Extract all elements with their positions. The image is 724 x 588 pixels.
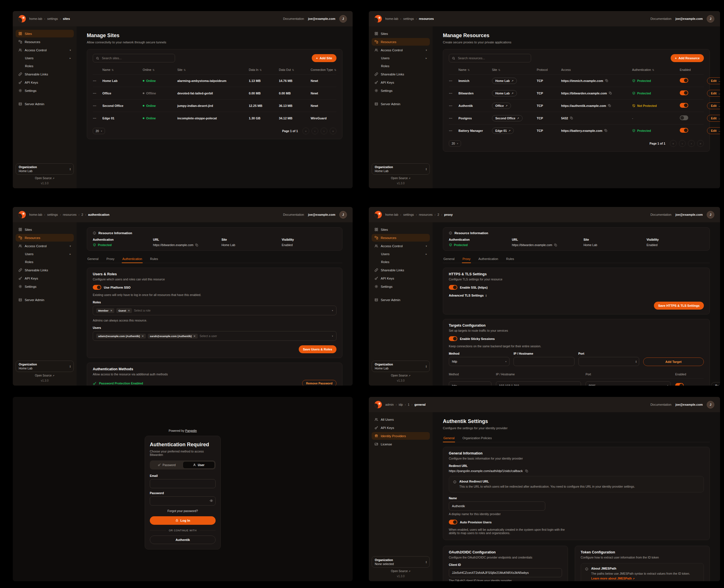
roles-multiselect[interactable]: Member✕ Guest✕ Select a role ▾ bbox=[93, 306, 337, 315]
method-select[interactable]: http▾ bbox=[449, 357, 509, 366]
port-input[interactable] bbox=[586, 381, 671, 385]
jmespath-learn-more-link[interactable]: Learn more about JMESPath bbox=[591, 577, 632, 580]
access-port[interactable]: 5432 bbox=[561, 117, 568, 120]
remove-password-button[interactable]: Remove Password bbox=[302, 380, 337, 385]
sidebar-item-api-keys[interactable]: API Keys bbox=[16, 79, 74, 86]
user-email[interactable]: joe@example.com bbox=[308, 213, 335, 216]
column-data-out[interactable]: Data Out⇅ bbox=[279, 68, 311, 71]
sidebar-item-resources[interactable]: Resources bbox=[371, 234, 430, 241]
delete-target-button[interactable]: Delete bbox=[711, 382, 720, 385]
sidebar-item-users[interactable]: Users▸ bbox=[371, 250, 430, 258]
client-id-input[interactable] bbox=[449, 568, 562, 577]
platform-sso-toggle[interactable] bbox=[93, 285, 101, 290]
access-url[interactable]: https://authentik.example.com bbox=[561, 104, 606, 107]
tab-authentication[interactable]: Authentication bbox=[478, 255, 499, 263]
sidebar-item-shareable-links[interactable]: Shareable Links bbox=[16, 70, 74, 78]
auto-provision-toggle[interactable] bbox=[449, 520, 457, 525]
remove-chip-icon[interactable]: ✕ bbox=[142, 335, 144, 338]
sidebar-item-server-admin[interactable]: Server Admin bbox=[371, 100, 430, 108]
avatar[interactable]: J bbox=[707, 15, 715, 23]
sidebar-item-identity-providers[interactable]: Identity Providers bbox=[371, 432, 430, 440]
page-size-select[interactable]: 20▾ bbox=[93, 128, 105, 134]
tab-general[interactable]: General bbox=[87, 255, 99, 263]
add-site-button[interactable]: +Add Site bbox=[312, 54, 337, 62]
sidebar-item-shareable-links[interactable]: Shareable Links bbox=[16, 266, 74, 274]
row-menu-icon[interactable]: ⋯ bbox=[93, 104, 102, 108]
breadcrumb-admin[interactable]: admin bbox=[385, 403, 394, 406]
breadcrumb-settings[interactable]: settings bbox=[403, 213, 414, 216]
sidebar-item-roles[interactable]: Roles bbox=[371, 62, 430, 70]
enable-ssl-toggle[interactable] bbox=[449, 285, 457, 290]
documentation-link[interactable]: Documentation bbox=[283, 17, 304, 20]
edit-button[interactable]: Edit→ bbox=[707, 102, 720, 109]
avatar[interactable]: J bbox=[707, 211, 715, 218]
number-stepper-icon[interactable]: ▴▾ bbox=[636, 360, 636, 363]
sidebar-item-server-admin[interactable]: Server Admin bbox=[16, 100, 74, 108]
log-in-button[interactable]: Log In bbox=[150, 516, 216, 525]
sidebar-item-sites[interactable]: Sites bbox=[16, 30, 74, 37]
site-link[interactable]: Second Office↗ bbox=[492, 115, 523, 121]
sidebar-item-access-control[interactable]: Access Control▾ bbox=[16, 242, 74, 250]
remove-chip-icon[interactable]: ✕ bbox=[194, 335, 196, 338]
tab-organization-policies[interactable]: Organization Policies bbox=[462, 434, 492, 442]
breadcrumb-org[interactable]: home-lab bbox=[29, 17, 42, 20]
open-source-link[interactable]: Open Source ↗ bbox=[35, 374, 55, 377]
column-name[interactable]: Name⇅ bbox=[459, 68, 492, 71]
authentik-sso-button[interactable]: Authentik bbox=[150, 536, 216, 544]
last-page-button[interactable]: » bbox=[330, 128, 337, 134]
row-menu-icon[interactable]: ⋯ bbox=[93, 116, 102, 120]
ip-hostname-input[interactable] bbox=[514, 357, 574, 366]
sidebar-item-settings[interactable]: Settings bbox=[16, 87, 74, 94]
column-site[interactable]: Site⇅ bbox=[177, 68, 249, 71]
sidebar-item-api-keys[interactable]: API Keys bbox=[16, 274, 74, 282]
next-page-button[interactable]: › bbox=[688, 140, 695, 147]
eye-icon[interactable] bbox=[210, 498, 213, 504]
copy-icon[interactable] bbox=[195, 244, 198, 247]
enabled-toggle[interactable] bbox=[680, 90, 688, 95]
sidebar-item-users[interactable]: Users▸ bbox=[371, 55, 430, 62]
documentation-link[interactable]: Documentation bbox=[650, 17, 671, 20]
remove-chip-icon[interactable]: ✕ bbox=[110, 309, 112, 312]
breadcrumb-idp-id[interactable]: 1 bbox=[408, 403, 409, 406]
idp-name-input[interactable] bbox=[449, 502, 545, 510]
user-email[interactable]: joe@example.com bbox=[676, 17, 703, 20]
remove-chip-icon[interactable]: ✕ bbox=[128, 309, 130, 312]
sidebar-item-api-keys[interactable]: API Keys bbox=[371, 274, 430, 282]
page-size-select[interactable]: 20▾ bbox=[449, 140, 461, 147]
column-site[interactable]: Site⇅ bbox=[492, 68, 537, 71]
pangolin-link[interactable]: Pangolin bbox=[185, 429, 197, 432]
copy-icon[interactable] bbox=[604, 129, 607, 132]
breadcrumb-resources[interactable]: resources bbox=[63, 213, 76, 216]
search-input[interactable] bbox=[101, 56, 172, 60]
breadcrumb-settings[interactable]: settings bbox=[403, 17, 414, 20]
copy-icon[interactable] bbox=[570, 117, 573, 120]
avatar[interactable]: J bbox=[339, 211, 347, 218]
sidebar-item-sites[interactable]: Sites bbox=[371, 30, 430, 37]
user-email[interactable]: joe@example.com bbox=[676, 403, 703, 406]
breadcrumb-org[interactable]: home-lab bbox=[385, 213, 398, 216]
prev-page-button[interactable]: ‹ bbox=[311, 128, 318, 134]
user-email[interactable]: joe@example.com bbox=[308, 17, 335, 20]
open-source-link[interactable]: Open Source ↗ bbox=[391, 176, 410, 180]
target-enabled-toggle[interactable] bbox=[675, 383, 684, 386]
save-users-roles-button[interactable]: Save Users & Roles bbox=[299, 345, 337, 353]
enabled-toggle[interactable] bbox=[680, 128, 688, 133]
tab-general[interactable]: General bbox=[443, 434, 455, 442]
site-link[interactable]: Home Lab↗ bbox=[492, 78, 517, 84]
sidebar-item-api-keys[interactable]: API Keys bbox=[371, 424, 430, 432]
enabled-toggle[interactable] bbox=[680, 78, 688, 83]
sidebar-item-roles[interactable]: Roles bbox=[16, 62, 74, 70]
sidebar-item-server-admin[interactable]: Server Admin bbox=[371, 296, 430, 303]
site-link[interactable]: Edge 01↗ bbox=[492, 128, 514, 134]
add-resource-button[interactable]: +Add Resource bbox=[671, 54, 704, 62]
avatar[interactable]: J bbox=[707, 401, 715, 408]
tab-authentication[interactable]: Authentication bbox=[122, 255, 143, 263]
user-email[interactable]: joe@example.com bbox=[676, 213, 703, 216]
sidebar-item-users[interactable]: Users▸ bbox=[16, 250, 74, 258]
row-menu-icon[interactable]: ⋯ bbox=[93, 91, 102, 95]
sidebar-item-roles[interactable]: Roles bbox=[371, 258, 430, 266]
forgot-password-link[interactable]: Forgot your password? bbox=[150, 509, 216, 512]
sidebar-item-resources[interactable]: Resources bbox=[16, 38, 74, 46]
organization-selector[interactable]: OrganizationHome Lab ▴▾ bbox=[16, 163, 74, 175]
tab-rules[interactable]: Rules bbox=[506, 255, 515, 263]
